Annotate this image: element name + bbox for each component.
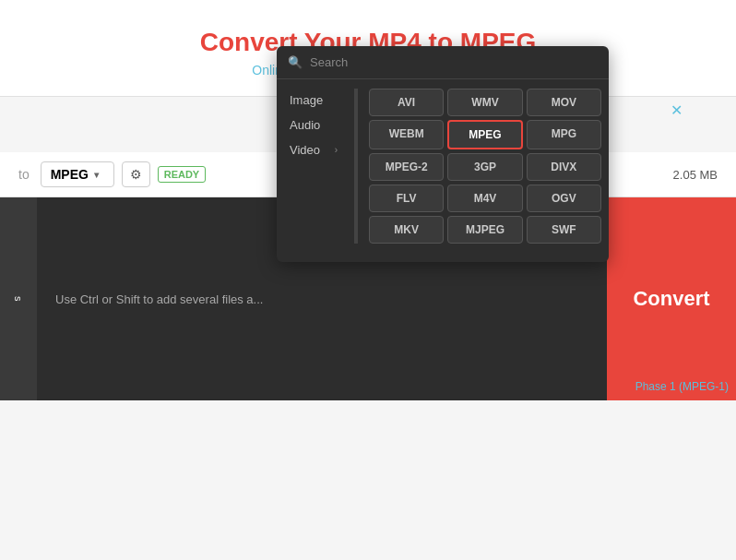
category-item-image[interactable]: Image	[284, 89, 343, 112]
search-row: 🔍	[277, 46, 609, 79]
format-btn-mpeg[interactable]: MPEG	[447, 120, 522, 149]
categories-list: ImageAudioVideo›	[277, 89, 350, 244]
search-icon: 🔍	[288, 55, 303, 69]
chevron-right-icon: ›	[335, 145, 338, 155]
format-btn-mpeg2[interactable]: MPEG-2	[369, 153, 444, 181]
category-item-video[interactable]: Video›	[284, 138, 343, 161]
search-input[interactable]	[310, 55, 598, 69]
ready-badge: READY	[158, 166, 207, 183]
drop-hint: Use Ctrl or Shift to add several files a…	[55, 292, 263, 306]
format-btn-webm[interactable]: WEBM	[369, 120, 444, 149]
chevron-down-icon: ▾	[94, 170, 99, 180]
format-btn-mjpeg[interactable]: MJPEG	[447, 216, 522, 244]
close-icon[interactable]: ✕	[671, 101, 683, 119]
selected-format-label: MPEG	[51, 167, 89, 182]
convert-button[interactable]: Convert	[607, 197, 736, 400]
format-btn-ogv[interactable]: OGV	[527, 185, 601, 212]
format-dropdown-popup: 🔍 ImageAudioVideo› AVIWMVMOVWEBMMPEGMPGM…	[277, 46, 609, 262]
settings-button[interactable]: ⚙	[122, 161, 150, 187]
formats-grid: AVIWMVMOVWEBMMPEGMPGMPEG-23GPDIVXFLVM4VO…	[362, 89, 609, 244]
format-btn-flv[interactable]: FLV	[369, 185, 444, 212]
format-btn-divx[interactable]: DIVX	[527, 153, 601, 181]
format-btn-m4v[interactable]: M4V	[447, 185, 522, 212]
format-btn-mkv[interactable]: MKV	[369, 216, 444, 244]
format-btn-wmv[interactable]: WMV	[447, 89, 522, 116]
format-btn-swf[interactable]: SWF	[527, 216, 601, 244]
scrollbar-divider	[354, 89, 358, 244]
file-size: 2.05 MB	[673, 168, 718, 182]
to-label: to	[18, 167, 30, 182]
popup-body: ImageAudioVideo› AVIWMVMOVWEBMMPEGMPGMPE…	[277, 79, 609, 253]
format-btn-3gp[interactable]: 3GP	[447, 153, 522, 181]
sidebar-label: s	[13, 296, 24, 302]
phase-label: Phase 1 (MPEG-1)	[635, 380, 729, 393]
category-item-audio[interactable]: Audio	[284, 113, 343, 137]
format-btn-mov[interactable]: MOV	[527, 89, 601, 116]
sidebar-panel: s	[0, 197, 37, 400]
format-dropdown[interactable]: MPEG ▾	[41, 161, 114, 187]
format-btn-avi[interactable]: AVI	[369, 89, 444, 116]
convert-button-label: Convert	[633, 287, 709, 311]
format-btn-mpg[interactable]: MPG	[527, 120, 601, 149]
